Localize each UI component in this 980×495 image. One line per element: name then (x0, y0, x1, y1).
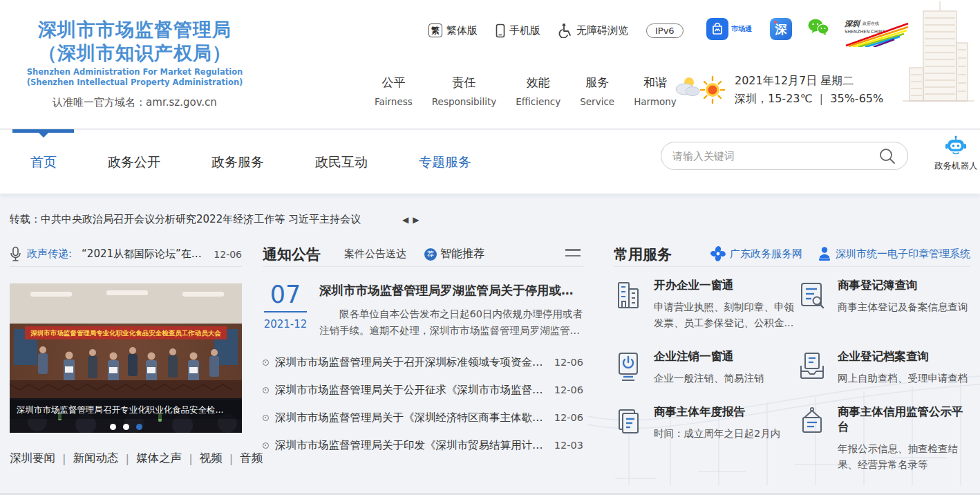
bullet-icon (263, 387, 269, 393)
featured-month: 2021-12 (263, 318, 308, 330)
tab-shenzhen-news[interactable]: 深圳要闻 (10, 451, 55, 466)
value-service: 服务Service (570, 75, 624, 107)
gd-flower-icon (710, 246, 726, 261)
search-icon[interactable] (878, 147, 896, 165)
nav-item-gov-info[interactable]: 政务公开 (108, 153, 160, 171)
carousel-dots (10, 424, 242, 430)
recommend-badge-icon: 荐 (424, 248, 437, 261)
notice-row[interactable]: 深圳市市场监督管理局关于公开征求《深圳市市场监督管理... 12-06 (263, 376, 583, 404)
eseal-system-link[interactable]: 深圳市统一电子印章管理系统 (818, 246, 970, 261)
nav-item-interaction[interactable]: 政民互动 (315, 153, 368, 171)
tab-news-updates[interactable]: 新闻动态 (73, 451, 119, 466)
svg-text:深圳: 深圳 (845, 19, 861, 28)
bullet-icon (263, 442, 269, 449)
search-box (661, 142, 908, 170)
service-annual-report[interactable]: 商事主体年度报告 时间：成立周年之日起2月内 (614, 404, 798, 473)
traditional-icon: 繁 (428, 24, 442, 37)
weather-date: 2021年12月7日 星期二 (735, 72, 883, 90)
carousel-dot-3[interactable] (136, 424, 142, 430)
value-efficiency: 效能Efficiency (506, 75, 570, 107)
tab-smart-recommend[interactable]: 荐 智能推荐 (424, 247, 484, 261)
featured-date: 07 2021-12 (263, 282, 308, 339)
tab-media-voice[interactable]: 媒体之声 (136, 451, 182, 466)
shen-app-icon: 深 (770, 18, 792, 40)
credit-platform-icon (798, 406, 827, 438)
featured-day: 07 (263, 282, 308, 307)
market-app-link[interactable]: 市场通 (706, 18, 755, 40)
accessibility-link[interactable]: 无障碍浏览 (558, 23, 628, 38)
nav-item-gov-services[interactable]: 政务服务 (211, 153, 264, 171)
service-credit-platform[interactable]: 商事主体信用监管公示平台 年报公示信息、抽查检查结果、经营异常名录等 (798, 404, 970, 473)
nav-item-home[interactable]: 首页 (30, 153, 57, 171)
service-archives-query[interactable]: 企业登记档案查询 网上自助查档、受理申请查档 (798, 349, 970, 386)
wheelchair-icon (558, 23, 572, 38)
header-app-icons: 市场通 深 深圳 政府在线 SHEN (706, 18, 911, 47)
phone-icon (496, 24, 505, 38)
deregister-icon (614, 351, 643, 382)
ticker-next-icon[interactable]: ▶ (413, 215, 419, 225)
logo-title-en: Shenzhen Administration For Market Regul… (21, 67, 249, 88)
tab-video[interactable]: 视频 (200, 451, 223, 466)
robot-icon (944, 136, 968, 156)
carousel-dot-2[interactable] (123, 424, 129, 430)
voice-headline[interactable]: “2021从都国际论坛”在广... (82, 248, 208, 261)
site-header: 深圳市市场监督管理局 （深圳市知识产权局） Shenzhen Administr… (0, 0, 980, 129)
gov-robot-button[interactable]: 政务机器人 (934, 136, 977, 172)
notice-row[interactable]: 深圳市市场监督管理局关于印发《深圳市贸易结算用计量器... 12-03 (263, 431, 583, 459)
site-logo[interactable]: 深圳市市场监督管理局 （深圳市知识产权局） Shenzhen Administr… (21, 18, 249, 109)
svg-text:政府在线: 政府在线 (863, 21, 879, 26)
value-responsibility: 责任Responsibility (422, 75, 506, 107)
photo-carousel[interactable]: 深圳市市场监督管理局专业化职业化食品安全检查员工作动员大会 (10, 283, 242, 433)
mobile-version-link[interactable]: 手机版 (496, 24, 540, 38)
registry-query-icon (798, 279, 827, 311)
voice-date: 12-06 (214, 249, 242, 260)
carousel-caption: 深圳市市场监督管理局召开专业化职业化食品安全检... (10, 400, 242, 419)
microphone-icon (10, 246, 21, 262)
voice-label[interactable]: 政声传递: (27, 248, 72, 261)
notices-title[interactable]: 通知公告 (263, 245, 321, 264)
main-navbar: 首页 政务公开 政务服务 政民互动 专题服务 政务机器人 (0, 130, 980, 194)
tab-case-announcements[interactable]: 案件公告送达 (344, 248, 406, 261)
logo-title-cn: 深圳市市场监督管理局 （深圳市知识产权局） (21, 18, 249, 65)
news-ticker: 转载：中共中央政治局召开会议分析研究2022年经济工作等 习近平主持会议 ◀ ▶ (10, 213, 480, 226)
market-app-icon (706, 18, 728, 40)
core-values: 公平Fairness 责任Responsibility 效能Efficiency… (365, 75, 686, 107)
official-domain-note: 认准唯一官方域名：amr.sz.gov.cn (21, 96, 249, 109)
ticker-prev-icon[interactable]: ◀ (402, 215, 408, 225)
notice-row[interactable]: 深圳市市场监督管理局关于《深圳经济特区商事主体歇业实... 12-06 (263, 404, 583, 431)
services-panel: 常用服务 广东政务服务网 (614, 242, 970, 473)
featured-notice[interactable]: 07 2021-12 深圳市市场监督管理局罗湖监管局关于停用或注销... 限各单… (263, 282, 583, 339)
header-quick-links: 繁 繁体版 手机版 无障碍浏览 IPv6 (428, 21, 684, 40)
nav-links: 首页 政务公开 政务服务 政民互动 专题服务 (30, 153, 471, 171)
service-deregister[interactable]: 企业注销一窗通 企业一般注销、简易注销 (614, 349, 798, 386)
services-header: 常用服务 广东政务服务网 (614, 242, 970, 267)
search-input[interactable] (672, 150, 878, 162)
weather-detail: 深圳，15-23℃ ｜ 35%-65% (735, 90, 883, 108)
carousel-dot-1[interactable] (110, 424, 116, 430)
notices-more-icon[interactable] (565, 249, 581, 261)
services-title: 常用服务 (614, 245, 672, 264)
archives-query-icon (798, 351, 827, 382)
traditional-version-link[interactable]: 繁 繁体版 (428, 24, 478, 37)
featured-summary: 限各单位自本公告发布之日起60日内依规办理停用或者注销手续。逾期不处理，深圳市市… (319, 306, 583, 339)
value-fairness: 公平Fairness (365, 75, 422, 107)
ipv6-badge[interactable]: IPv6 (646, 24, 684, 38)
guangdong-gov-link[interactable]: 广东政务服务网 (710, 246, 802, 261)
homepage: 深圳市市场监督管理局 （深圳市知识产权局） Shenzhen Administr… (0, 0, 980, 495)
voice-row: 政声传递: “2021从都国际论坛”在广... 12-06 (10, 242, 242, 267)
featured-title[interactable]: 深圳市市场监督管理局罗湖监管局关于停用或注销... (319, 282, 583, 299)
tab-audio[interactable]: 音频 (240, 451, 263, 466)
service-registry-query[interactable]: 商事登记簿查询 商事主体登记及备案信息查询 (798, 278, 970, 331)
shen-app-link[interactable]: 深 (770, 18, 792, 40)
wechat-icon (807, 18, 829, 37)
ticker-text[interactable]: 转载：中共中央政治局召开会议分析研究2022年经济工作等 习近平主持会议 (10, 213, 361, 226)
service-open-business[interactable]: 开办企业一窗通 申请营业执照、刻制印章、申领发票、员工参保登记、公积金... (614, 278, 798, 331)
header-building-art (900, 1, 977, 113)
weather-widget: 2021年12月7日 星期二 深圳，15-23℃ ｜ 35%-65% (674, 72, 883, 108)
wechat-link[interactable] (807, 18, 829, 37)
open-business-icon (614, 279, 643, 311)
nav-item-special-services[interactable]: 专题服务 (419, 153, 471, 171)
notices-panel: 通知公告 案件公告送达 荐 智能推荐 07 2021-12 深圳市市场监督管理局… (263, 242, 583, 459)
notice-row[interactable]: 深圳市市场监督管理局关于召开深圳标准领域专项资金资助... 12-06 (263, 348, 583, 376)
active-tab-indicator (12, 129, 74, 133)
